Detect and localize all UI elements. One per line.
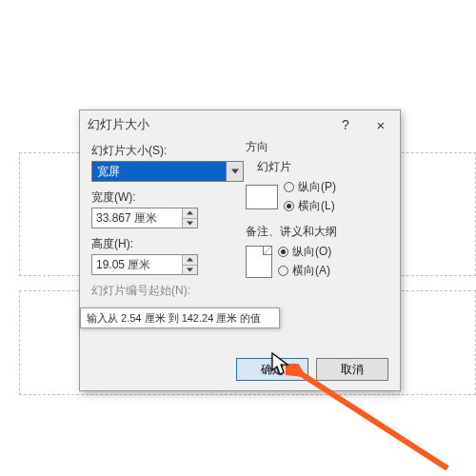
dialog-title: 幻灯片大小 [88,116,149,133]
cursor-icon [271,352,290,381]
slides-landscape-radio[interactable]: 横向(L) [284,198,336,214]
validation-tooltip: 输入从 2.54 厘米 到 142.24 厘米 的值 [80,307,280,328]
slides-size-label: 幻灯片大小(S): [91,143,244,159]
start-number-label: 幻灯片编号起始(N): [91,283,244,299]
width-value: 33.867 厘米 [96,210,157,227]
notes-portrait-radio[interactable]: 纵向(O) [278,244,331,260]
annotation-arrow [286,364,457,476]
height-spinner[interactable]: 19.05 厘米 [91,254,198,275]
spinner-up-icon[interactable] [183,255,197,265]
height-label: 高度(H): [91,236,244,252]
svg-line-0 [297,371,447,468]
close-button[interactable]: × [362,117,400,133]
page-landscape-icon [246,185,278,209]
help-button[interactable]: ? [329,117,362,132]
chevron-down-icon[interactable] [226,162,243,181]
width-spinner[interactable]: 33.867 厘米 [91,208,198,228]
slides-size-value: 宽屏 [97,164,120,180]
spinner-down-icon[interactable] [183,218,197,228]
page-portrait-icon [246,246,272,278]
slide-size-dialog: 幻灯片大小 ? × 幻灯片大小(S): 宽屏 宽度(W): 33.867 厘米 … [79,109,401,391]
spinner-down-icon[interactable] [183,265,197,275]
notes-landscape-radio[interactable]: 横向(A) [278,263,331,279]
spinner-up-icon[interactable] [183,208,197,218]
slides-size-combo[interactable]: 宽屏 [91,161,244,182]
height-value: 19.05 厘米 [96,257,150,273]
orientation-title: 方向 [246,139,388,155]
notes-orient-label: 备注、讲义和大纲 [246,224,388,240]
slides-portrait-radio[interactable]: 纵向(P) [284,179,336,195]
width-label: 宽度(W): [91,189,244,206]
slides-orient-label: 幻灯片 [257,159,388,175]
